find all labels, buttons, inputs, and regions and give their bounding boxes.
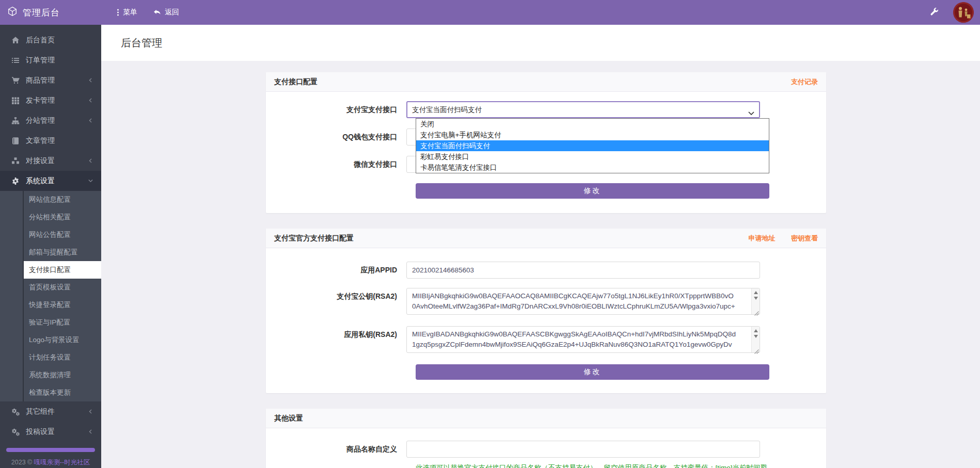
sidebar-purple-bar [6,448,95,452]
chevron-down-icon [87,177,94,184]
chevron-down-icon [748,109,754,117]
chevron-left-icon [87,408,94,415]
alipay-interface-dropdown: 关闭支付宝电脑+手机网站支付支付宝当面付扫码支付彩虹易支付接口卡易信笔笔清支付宝… [416,118,769,173]
sidebar-item-label: 系统设置 [26,176,55,186]
apply-address-link[interactable]: 申请地址 [749,234,776,242]
sidebar-item-cards[interactable]: 发卡管理 [0,90,101,110]
cart-icon [11,76,20,85]
card-other-settings-body: 商品名称自定义 此选项可以替换官方支付接口的商品名称（不支持易支付），留空使用原… [266,428,826,468]
dropdown-option-0[interactable]: 关闭 [416,119,769,130]
gear-icon [11,177,20,185]
product-name-help-text: 此选项可以替换官方支付接口的商品名称（不支持易支付），留空使用原商品名称。支持变… [416,462,780,468]
user-avatar[interactable] [953,2,974,23]
sidebar-subitem-3[interactable]: 邮箱与提醒配置 [24,244,101,261]
chevron-left-icon [87,77,94,84]
app-private-key-textarea[interactable]: MIIEvgIBADANBgkqhkiG9w0BAQEFAASCBKgwggSk… [406,326,760,353]
wrench-icon[interactable] [930,7,939,18]
sidebar-item-label: 商品管理 [26,76,55,85]
sidebar-item-label: 投稿设置 [26,427,55,437]
card-payment-interface-header: 支付接口配置 支付记录 [266,72,826,92]
card-alipay-official: 支付宝官方支付接口配置 申请地址 密钥查看 应用APPID 支付宝公钥(RS [266,229,826,393]
sidebar-subitem-2[interactable]: 网站公告配置 [24,226,101,244]
sidebar-subitem-4[interactable]: 支付接口配置 [24,261,101,279]
alipay-interface-label: 支付宝支付接口 [266,101,406,118]
sidebar-subitem-1[interactable]: 分站相关配置 [24,208,101,226]
chevron-left-icon [87,97,94,104]
product-name-custom-input[interactable] [406,441,760,458]
sidebar-item-components[interactable]: 其它组件 [0,401,101,422]
gears-icon [11,408,20,416]
sidebar: 后台首页订单管理商品管理发卡管理分站管理文章管理对接设置系统设置 网站信息配置分… [0,25,101,468]
sidebar-subitem-6[interactable]: 快捷登录配置 [24,296,101,314]
appid-input[interactable] [406,262,760,279]
sidebar-footer: 2023 © 嘎嘎亲测--时光社区 [0,458,101,467]
menu-button[interactable]: 菜单 [117,8,137,17]
chevron-left-icon [87,117,94,124]
card-title: 其他设置 [274,414,303,423]
dropdown-option-2[interactable]: 支付宝当面付扫码支付 [416,140,769,151]
sidebar-item-submission[interactable]: 投稿设置 [0,422,101,442]
sidebar-subitem-5[interactable]: 首页模板设置 [24,279,101,296]
alipay-public-key-label: 支付宝公钥(RSA2) [266,288,406,315]
key-view-link[interactable]: 密钥查看 [791,234,818,242]
sidebar-subitem-8[interactable]: Logo与背景设置 [24,331,101,349]
book-icon [11,137,20,145]
scroll-down-icon[interactable] [754,297,758,300]
sidebar-subitem-10[interactable]: 系统数据清理 [24,366,101,384]
sidebar-item-label: 订单管理 [26,56,55,65]
card-title: 支付宝官方支付接口配置 [274,234,354,243]
alipay-interface-select[interactable]: 支付宝当面付扫码支付 [406,101,760,118]
alipay-official-submit-button[interactable]: 修改 [416,364,769,380]
wechat-interface-label: 微信支付接口 [266,156,406,173]
app-private-key-label: 应用私钥(RSA2) [266,326,406,353]
list-icon [11,56,20,64]
content-area: 支付接口配置 支付记录 支付宝支付接口 支付宝当面付扫码支付 [101,61,980,468]
dropdown-option-1[interactable]: 支付宝电脑+手机网站支付 [416,130,769,140]
alipay-public-key-textarea[interactable]: MIIBIjANBgkqhkiG9w0BAQEFAAOCAQ8AMIIBCgKC… [406,288,760,315]
card-alipay-official-body: 应用APPID 支付宝公钥(RSA2) MIIBIjANBgkqhkiG9w0B… [266,248,826,393]
sidebar-subitem-7[interactable]: 验证与IP配置 [24,314,101,331]
sidebar-nav-bottom: 其它组件投稿设置 [0,401,101,442]
topbar: 管理后台 菜单 返回 [0,0,980,25]
gears-icon [11,428,20,436]
scroll-down-icon[interactable] [754,335,758,338]
sidebar-subitem-0[interactable]: 网站信息配置 [24,191,101,208]
resize-grip-icon[interactable] [754,347,759,352]
app-title: 管理后台 [23,7,60,19]
back-arrow-icon [153,8,161,17]
dropdown-option-3[interactable]: 彩虹易支付接口 [416,151,769,162]
scroll-up-icon[interactable] [754,291,758,294]
sidebar-subitem-11[interactable]: 检查版本更新 [24,384,101,401]
sidebar-item-label: 后台首页 [26,36,55,45]
sidebar-item-label: 发卡管理 [26,96,55,105]
card-payment-interface: 支付接口配置 支付记录 支付宝支付接口 支付宝当面付扫码支付 [266,72,826,213]
sidebar-item-docking[interactable]: 对接设置 [0,151,101,171]
card-payment-interface-body: 支付宝支付接口 支付宝当面付扫码支付 QQ钱包支付接口 [266,92,826,213]
app-logo[interactable]: 管理后台 [0,6,101,19]
card-other-settings-header: 其他设置 [266,409,826,428]
sidebar-item-substation[interactable]: 分站管理 [0,110,101,131]
sidebar-subitem-9[interactable]: 计划任务设置 [24,349,101,366]
cube-logo-icon [7,6,18,19]
appid-label: 应用APPID [266,262,406,279]
payment-interface-submit-button[interactable]: 修改 [416,183,769,199]
footer-community-link[interactable]: 嘎嘎亲测--时光社区 [34,459,90,466]
sidebar-item-label: 对接设置 [26,156,55,166]
dropdown-option-4[interactable]: 卡易信笔笔清支付宝接口 [416,162,769,173]
sidebar-item-articles[interactable]: 文章管理 [0,131,101,151]
card-title: 支付接口配置 [274,77,318,87]
card-alipay-official-header: 支付宝官方支付接口配置 申请地址 密钥查看 [266,229,826,248]
sidebar-item-orders[interactable]: 订单管理 [0,50,101,70]
qq-wallet-interface-label: QQ钱包支付接口 [266,128,406,146]
payment-records-link[interactable]: 支付记录 [791,78,818,86]
sidebar-item-label: 分站管理 [26,116,55,125]
sidebar-item-products[interactable]: 商品管理 [0,70,101,90]
sidebar-item-system[interactable]: 系统设置 [0,171,101,191]
sidebar-item-home[interactable]: 后台首页 [0,30,101,50]
page-title: 后台管理 [121,36,162,50]
resize-grip-icon[interactable] [754,309,759,314]
home-icon [11,36,20,44]
scroll-up-icon[interactable] [754,329,758,332]
back-button[interactable]: 返回 [153,8,179,17]
chevron-left-icon [87,157,94,164]
